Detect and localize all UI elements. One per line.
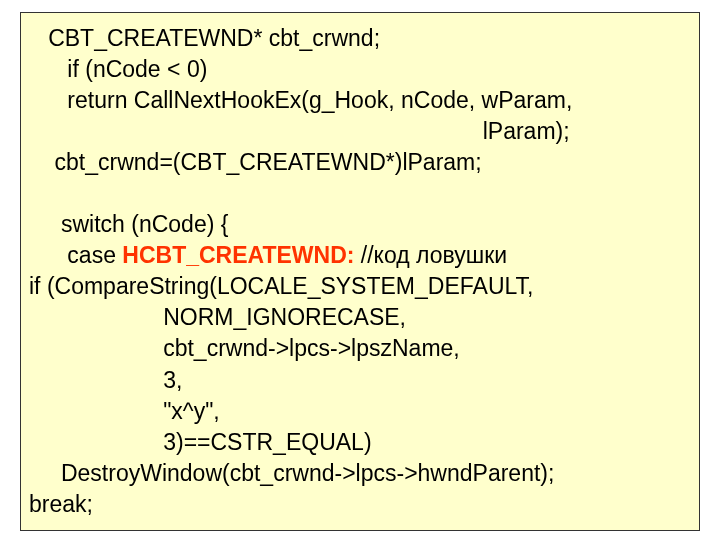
code-line: return CallNextHookEx(g_Hook, nCode, wPa… xyxy=(29,87,572,113)
code-line: lParam); xyxy=(29,118,570,144)
code-line: break; xyxy=(29,491,93,517)
code-line: case xyxy=(29,242,122,268)
code-line: cbt_crwnd->lpcs->lpszName, xyxy=(29,335,460,361)
code-line: if (CompareString(LOCALE_SYSTEM_DEFAULT, xyxy=(29,273,533,299)
code-line: if (nCode < 0) xyxy=(29,56,207,82)
code-block: CBT_CREATEWND* cbt_crwnd; if (nCode < 0)… xyxy=(20,12,700,531)
code-comment: //код ловушки xyxy=(354,242,507,268)
code-line: 3, xyxy=(29,367,182,393)
code-line: CBT_CREATEWND* cbt_crwnd; xyxy=(29,25,380,51)
code-keyword: HCBT_CREATEWND: xyxy=(122,242,354,268)
code-line: cbt_crwnd=(CBT_CREATEWND*)lParam; xyxy=(29,149,482,175)
code-line: 3)==CSTR_EQUAL) xyxy=(29,429,372,455)
code-line: "x^y", xyxy=(29,398,220,424)
code-line: NORM_IGNORECASE, xyxy=(29,304,406,330)
code-line: DestroyWindow(cbt_crwnd->lpcs->hwndParen… xyxy=(29,460,554,486)
code-line: switch (nCode) { xyxy=(29,211,228,237)
